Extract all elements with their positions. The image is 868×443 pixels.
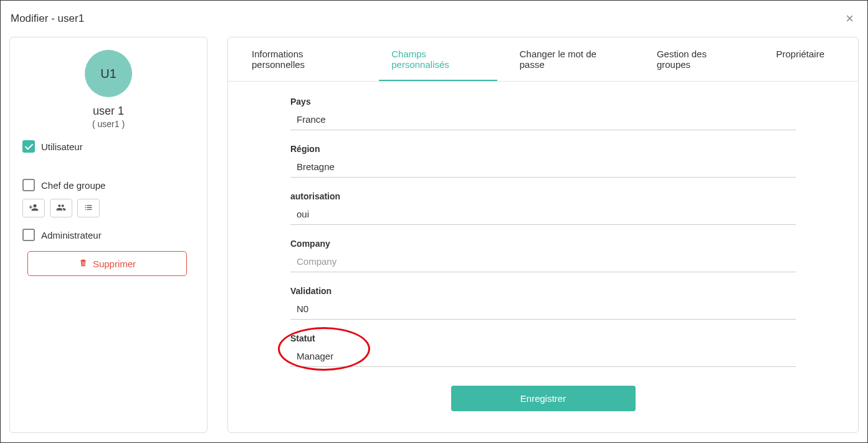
admin-checkbox[interactable]	[22, 229, 35, 241]
company-label: Company	[290, 239, 796, 249]
avatar-section: U1 user 1 ( user1 )	[22, 50, 194, 129]
main-panel: Informations personnelles Champs personn…	[227, 37, 859, 433]
field-statut: Statut	[290, 333, 796, 367]
field-company: Company	[290, 239, 796, 272]
content-row: U1 user 1 ( user1 ) Utilisateur Chef de …	[9, 37, 859, 433]
add-user-to-group-button[interactable]	[22, 199, 45, 217]
edit-user-modal: Modifier - user1 × U1 user 1 ( user1 ) U…	[0, 0, 868, 443]
tab-owner[interactable]: Propriétaire	[763, 37, 837, 81]
manage-group-button[interactable]	[50, 199, 72, 217]
field-region: Région	[290, 144, 796, 178]
autorisation-label: autorisation	[290, 191, 796, 201]
tab-groups[interactable]: Gestion des groupes	[644, 37, 754, 81]
pays-label: Pays	[290, 97, 796, 107]
region-input[interactable]	[290, 158, 796, 178]
utilisateur-checkbox[interactable]	[22, 140, 35, 153]
validation-input[interactable]	[290, 300, 796, 320]
chef-groupe-label: Chef de groupe	[41, 180, 105, 191]
tab-custom-fields[interactable]: Champs personnalisés	[379, 37, 497, 81]
region-label: Région	[290, 144, 796, 154]
admin-label: Administrateur	[41, 230, 102, 241]
tab-info[interactable]: Informations personnelles	[239, 37, 369, 81]
user-sidebar: U1 user 1 ( user1 ) Utilisateur Chef de …	[9, 37, 207, 433]
role-utilisateur-row: Utilisateur	[22, 140, 194, 153]
company-input[interactable]	[290, 252, 796, 272]
modal-header: Modifier - user1 ×	[9, 9, 859, 37]
modal-title: Modifier - user1	[11, 12, 84, 25]
trash-icon	[79, 258, 88, 269]
role-chef-groupe-row: Chef de groupe	[22, 179, 194, 191]
custom-fields-form: Pays Région autorisation Company Validat	[228, 82, 858, 432]
role-admin-row: Administrateur	[22, 229, 194, 241]
tab-password[interactable]: Changer le mot de passe	[507, 37, 634, 81]
group-action-row	[22, 199, 194, 217]
field-validation: Validation	[290, 286, 796, 320]
statut-label: Statut	[290, 333, 796, 343]
avatar: U1	[85, 50, 132, 97]
delete-button[interactable]: Supprimer	[27, 251, 187, 276]
user-display-name: user 1	[93, 105, 124, 118]
save-button[interactable]: Enregistrer	[451, 386, 636, 411]
user-plus-icon	[29, 202, 39, 214]
chef-groupe-checkbox[interactable]	[22, 179, 35, 191]
pays-input[interactable]	[290, 110, 796, 130]
statut-input[interactable]	[290, 347, 796, 367]
user-login: ( user1 )	[92, 119, 125, 129]
list-icon	[83, 202, 93, 214]
autorisation-input[interactable]	[290, 205, 796, 225]
delete-label: Supprimer	[93, 259, 136, 269]
utilisateur-label: Utilisateur	[41, 141, 83, 152]
close-icon: ×	[846, 11, 854, 26]
field-autorisation: autorisation	[290, 191, 796, 225]
list-button[interactable]	[77, 199, 100, 217]
close-button[interactable]: ×	[842, 12, 857, 26]
users-group-icon	[56, 202, 66, 214]
field-pays: Pays	[290, 97, 796, 130]
tab-bar: Informations personnelles Champs personn…	[228, 37, 858, 82]
validation-label: Validation	[290, 286, 796, 296]
